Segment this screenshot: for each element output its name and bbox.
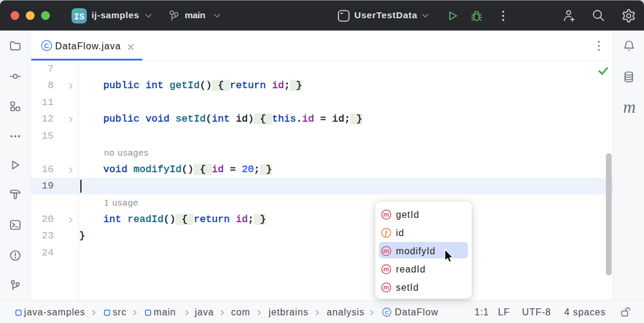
svg-text:C: C: [44, 42, 49, 49]
svg-text:C: C: [385, 309, 389, 315]
svg-text:IS: IS: [74, 12, 84, 22]
svg-text:f: f: [385, 228, 388, 237]
svg-text:m: m: [384, 284, 389, 291]
svg-text:m: m: [384, 211, 389, 218]
svg-text:m: m: [384, 265, 389, 272]
svg-text:m: m: [384, 247, 389, 254]
